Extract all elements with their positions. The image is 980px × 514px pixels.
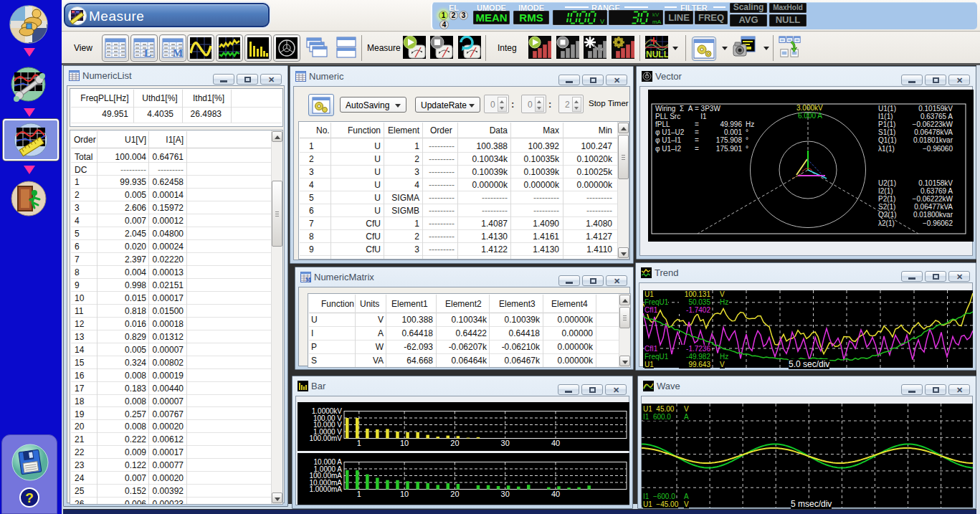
- svg-text:40: 40: [551, 490, 560, 498]
- svg-text:10: 10: [400, 490, 409, 498]
- svg-text:20: 20: [450, 439, 459, 447]
- svg-text:1: 1: [357, 439, 361, 447]
- svg-text:V: V: [600, 18, 604, 25]
- svg-text:1: 1: [357, 490, 361, 498]
- svg-text:20: 20: [450, 490, 459, 498]
- svg-text:M: M: [305, 277, 311, 282]
- svg-text:30: 30: [501, 439, 510, 447]
- svg-text:1.0000mA: 1.0000mA: [309, 485, 342, 493]
- svg-text:30: 30: [501, 490, 510, 498]
- svg-text:NULL: NULL: [646, 49, 668, 59]
- svg-text:10: 10: [400, 439, 409, 447]
- svg-text:L: L: [144, 47, 151, 59]
- svg-text:mA: mA: [652, 19, 662, 25]
- svg-text:100.00mV: 100.00mV: [309, 434, 342, 442]
- svg-text:40: 40: [551, 439, 560, 447]
- svg-text:M: M: [173, 47, 183, 59]
- svg-text:kV: kV: [652, 11, 660, 18]
